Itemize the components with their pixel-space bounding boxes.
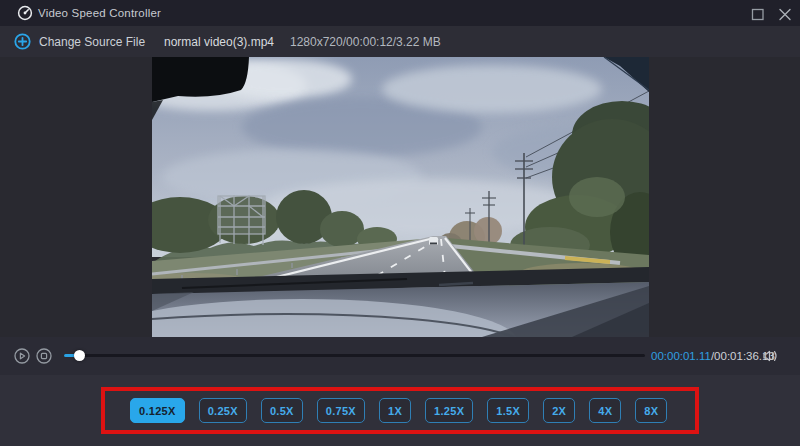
file-name: normal video(3).mp4 xyxy=(164,26,274,57)
plus-circle-icon xyxy=(14,33,31,50)
speedometer-icon xyxy=(17,5,33,21)
seek-thumb[interactable] xyxy=(74,350,85,361)
play-icon xyxy=(14,348,30,364)
volume-button[interactable] xyxy=(762,349,779,363)
distant-car xyxy=(429,237,438,245)
video-frame[interactable] xyxy=(152,57,649,337)
change-source-file-button[interactable]: Change Source File xyxy=(14,26,145,57)
speed-button-0-25x[interactable]: 0.25X xyxy=(199,398,247,423)
titlebar: Video Speed Controller xyxy=(0,0,800,26)
seek-slider[interactable] xyxy=(64,354,645,358)
stop-icon xyxy=(36,348,52,364)
app-window: Video Speed Controller Change Source Fil… xyxy=(0,0,800,446)
time-display: 00:00:01.11/00:01:36.13 xyxy=(651,337,775,375)
play-button[interactable] xyxy=(14,348,30,364)
speed-options: 0.125X 0.25X 0.5X 0.75X 1X 1.25X 1.5X 2X… xyxy=(130,398,667,423)
speed-button-0-5x[interactable]: 0.5X xyxy=(261,398,303,423)
video-stage xyxy=(0,57,800,337)
speed-button-0-75x[interactable]: 0.75X xyxy=(317,398,365,423)
speed-bar: 0.125X 0.25X 0.5X 0.75X 1X 1.25X 1.5X 2X… xyxy=(0,375,800,446)
speaker-icon xyxy=(762,349,779,363)
close-button[interactable] xyxy=(778,7,792,20)
seek-track[interactable] xyxy=(64,354,645,357)
maximize-button[interactable] xyxy=(751,7,765,20)
window-title: Video Speed Controller xyxy=(38,0,161,26)
current-time: 00:00:01.11 xyxy=(651,350,711,362)
maximize-icon xyxy=(751,8,765,21)
playback-controls: 00:00:01.11/00:01:36.13 xyxy=(0,337,800,375)
speed-button-8x[interactable]: 8X xyxy=(635,398,667,423)
close-icon xyxy=(778,8,792,21)
speed-button-0-125x[interactable]: 0.125X xyxy=(130,398,185,423)
change-source-label: Change Source File xyxy=(39,35,145,49)
stop-button[interactable] xyxy=(36,348,52,364)
speed-button-2x[interactable]: 2X xyxy=(543,398,575,423)
file-info: 1280x720/00:00:12/3.22 MB xyxy=(290,26,441,57)
speed-button-1x[interactable]: 1X xyxy=(379,398,411,423)
toolbar: Change Source File normal video(3).mp4 1… xyxy=(0,26,800,57)
speed-button-4x[interactable]: 4X xyxy=(589,398,621,423)
speed-button-1-25x[interactable]: 1.25X xyxy=(425,398,473,423)
speed-button-1-5x[interactable]: 1.5X xyxy=(487,398,529,423)
